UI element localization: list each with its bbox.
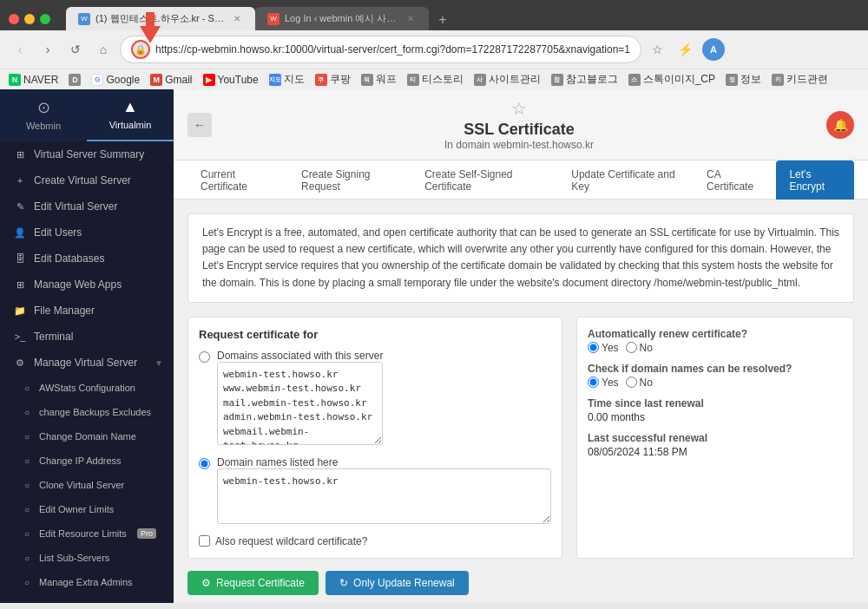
browser-tab-2[interactable]: W Log In ‹ webmin 예시 사이트 - ... ✕ — [255, 7, 429, 30]
sidebar-item-list-sub-servers[interactable]: ○ List Sub-Servers — [0, 546, 174, 570]
tab-create-signing-request[interactable]: Create Signing Request — [288, 160, 410, 200]
radio-domains-input[interactable] — [199, 351, 210, 363]
bookmark-gmail[interactable]: M Gmail — [150, 74, 192, 86]
tab-close-1[interactable]: ✕ — [231, 13, 243, 25]
auto-renew-no-label[interactable]: No — [626, 342, 653, 354]
cert-tabs: Current Certificate Create Signing Reque… — [174, 160, 868, 200]
only-update-renewal-button[interactable]: ↻ Only Update Renewal — [326, 571, 469, 595]
sidebar-item-manage-web-apps[interactable]: ⊞ Manage Web Apps — [0, 272, 174, 298]
extensions-button[interactable]: ⚡ — [674, 38, 697, 61]
create-icon: + — [13, 175, 27, 186]
wildcard-checkbox[interactable] — [199, 535, 210, 547]
sidebar-item-file-manager[interactable]: 📁 File Manager — [0, 298, 174, 324]
auto-renew-no-input[interactable] — [626, 342, 637, 353]
sidebar-item-manage-virtual-server[interactable]: ⚙ Manage Virtual Server ▼ — [0, 350, 174, 376]
warp-icon: 워 — [361, 74, 373, 86]
listed-domains-textarea[interactable]: webmin-test.howso.kr — [217, 468, 551, 524]
bookmark-label-gmail: Gmail — [165, 74, 192, 86]
profile-button[interactable]: A — [702, 38, 725, 61]
sidebar-item-move-virtual-server[interactable]: ○ Move Virtual Server — [0, 594, 174, 603]
maximize-button[interactable] — [40, 14, 50, 24]
content-body: Let's Encrypt is a free, automated, and … — [174, 200, 868, 603]
reload-button[interactable]: ↺ — [64, 38, 87, 61]
back-button[interactable]: ‹ — [9, 38, 31, 61]
sidebar-item-change-backups[interactable]: ○ change Backups Excludes — [0, 400, 174, 424]
url-bar[interactable]: 🔒 https://cp-webmin.howso.kr:10000/virtu… — [120, 36, 641, 63]
sidebar-webmin-tab[interactable]: ⊙ Webmin — [0, 89, 87, 141]
sidebar-item-edit-resource-limits[interactable]: ○ Edit Resource Limits Pro — [0, 521, 174, 546]
bookmark-sitemanage[interactable]: 사 사이트관리 — [474, 72, 541, 87]
minimize-button[interactable] — [24, 14, 35, 24]
sidebar-nav: ⊞ Virtual Server Summary + Create Virtua… — [0, 141, 174, 603]
sidebar-item-edit-owner-limits[interactable]: ○ Edit Owner Limits — [0, 497, 174, 521]
check-domain-options: Yes No — [588, 377, 843, 389]
tab-lets-encrypt[interactable]: Let's Encrypt — [776, 160, 854, 200]
refblog-icon: 참 — [551, 74, 563, 86]
new-tab-button[interactable]: + — [432, 10, 453, 30]
bookmark-d[interactable]: D — [69, 74, 81, 86]
request-certificate-button[interactable]: ⚙ Request Certificate — [187, 571, 319, 595]
sidebar-item-edit-users[interactable]: 👤 Edit Users — [0, 219, 174, 246]
bookmark-maps[interactable]: 지도 지도 — [269, 72, 305, 87]
tab-ca-certificate[interactable]: CA Certificate — [694, 160, 774, 200]
auto-renew-yes-input[interactable] — [588, 342, 599, 353]
bookmark-google[interactable]: G Google — [91, 74, 140, 86]
sidebar-item-change-ip-address[interactable]: ○ Change IP Address — [0, 449, 174, 473]
bookmark-button[interactable]: ☆ — [647, 38, 669, 61]
bookmark-stockimg[interactable]: 스 스톡이미지_CP — [628, 72, 715, 87]
sidebar-item-create-virtual-server[interactable]: + Create Virtual Server — [0, 167, 174, 193]
bookmark-label-naver: NAVER — [23, 74, 58, 86]
bookmark-label-sitemanage: 사이트관리 — [489, 72, 541, 87]
bookmark-youtube[interactable]: ▶ YouTube — [203, 74, 259, 86]
sidebar-label-change-backups: change Backups Excludes — [39, 407, 151, 417]
bookmark-refblog[interactable]: 참 참고블로그 — [551, 72, 618, 87]
tab-create-self-signed[interactable]: Create Self-Signed Certificate — [411, 160, 556, 200]
bookmark-info[interactable]: 정 정보 — [726, 72, 761, 87]
bookmark-coupang[interactable]: 쿠 쿠팡 — [315, 72, 351, 87]
sidebar-item-change-domain-name[interactable]: ○ Change Domain Name — [0, 424, 174, 449]
radio-domains-option: Domains associated with this server webm… — [199, 350, 551, 449]
auto-renew-yes-label[interactable]: Yes — [588, 342, 619, 354]
bookmark-label-warp: 워프 — [376, 72, 397, 87]
bookmark-kid[interactable]: 키 키드관련 — [772, 72, 828, 87]
clone-icon: ○ — [22, 481, 32, 490]
sidebar-item-edit-virtual-server[interactable]: ✎ Edit Virtual Server — [0, 193, 174, 219]
check-domain-yes-input[interactable] — [588, 377, 599, 388]
sidebar-item-awstats[interactable]: ○ AWStats Configuration — [0, 376, 174, 400]
update-renewal-icon: ↻ — [339, 577, 348, 589]
radio-listed-input[interactable] — [199, 458, 210, 469]
sidebar-item-edit-databases[interactable]: 🗄 Edit Databases — [0, 246, 174, 272]
bookmark-tistory[interactable]: 티 티스토리 — [407, 72, 464, 87]
close-button[interactable] — [9, 14, 19, 24]
terminal-icon: >_ — [13, 331, 27, 342]
home-button[interactable]: ⌂ — [92, 38, 115, 61]
tab-update-certificate[interactable]: Update Certificate and Key — [558, 160, 692, 200]
webmin-label: Webmin — [26, 121, 61, 131]
bookmark-naver[interactable]: N NAVER — [9, 74, 58, 86]
sidebar-item-manage-extra-admins[interactable]: ○ Manage Extra Admins — [0, 570, 174, 594]
back-button[interactable]: ← — [187, 113, 212, 137]
sidebar-label-move-virtual-server: Move Virtual Server — [39, 601, 122, 603]
tab-current-certificate[interactable]: Current Certificate — [187, 160, 286, 200]
check-domain-yes-label[interactable]: Yes — [588, 377, 619, 389]
bookmarks-bar: N NAVER D G Google M Gmail ▶ YouTube 지도 … — [0, 69, 868, 89]
extra-admins-icon: ○ — [22, 578, 32, 587]
tab-close-2[interactable]: ✕ — [404, 13, 417, 25]
sidebar-item-virtual-server-summary[interactable]: ⊞ Virtual Server Summary — [0, 141, 174, 167]
last-success-label: Last successful renewal — [588, 432, 843, 444]
sidebar-virtualmin-tab[interactable]: ▲ Virtualmin — [87, 89, 174, 141]
check-domain-label: Check if domain names can be resolved? — [588, 363, 843, 375]
bookmark-label-tistory: 티스토리 — [422, 72, 464, 87]
sidebar-label-change-domain-name: Change Domain Name — [39, 431, 136, 442]
sidebar-item-clone-virtual-server[interactable]: ○ Clone Virtual Server — [0, 473, 174, 497]
sidebar-item-terminal[interactable]: >_ Terminal — [0, 324, 174, 350]
check-domain-no-label[interactable]: No — [626, 377, 653, 389]
forward-button[interactable]: › — [36, 38, 59, 61]
last-success-row: Last successful renewal 08/05/2024 11:58… — [588, 432, 843, 458]
notification-bell[interactable]: 🔔 — [826, 111, 854, 139]
bookmark-warp[interactable]: 워 워프 — [361, 72, 397, 87]
check-domain-no-input[interactable] — [626, 377, 637, 388]
domains-textarea[interactable]: webmin-test.howso.kr www.webmin-test.how… — [217, 362, 383, 446]
summary-icon: ⊞ — [13, 149, 27, 160]
google-icon: G — [91, 74, 103, 86]
